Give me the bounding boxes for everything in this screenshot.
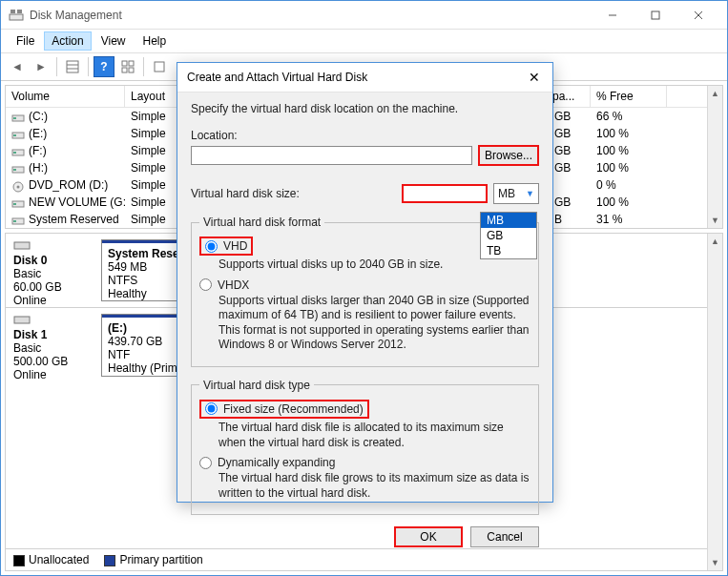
- svg-rect-1: [10, 10, 15, 13]
- properties-icon[interactable]: [149, 56, 170, 77]
- partition[interactable]: System Rese549 MB NTFSHealthy (Syste: [101, 239, 187, 301]
- scrollbar-vertical[interactable]: ▲ ▼: [707, 86, 722, 228]
- radio-vhd[interactable]: VHD: [199, 237, 253, 256]
- volume-free: 31 %: [591, 211, 667, 228]
- radio-vhdx[interactable]: VHDX: [199, 278, 530, 292]
- close-button[interactable]: [676, 2, 719, 29]
- menu-action[interactable]: Action: [44, 31, 91, 51]
- partition[interactable]: (E:)439.70 GB NTFHealthy (Prim: [101, 314, 187, 377]
- col-volume[interactable]: Volume: [6, 86, 125, 107]
- radio-vhdx-label: VHDX: [218, 278, 249, 292]
- svg-rect-18: [13, 134, 16, 136]
- volume-name: System Reserved: [29, 213, 119, 226]
- vhd-desc: Supports virtual disks up to 2040 GB in …: [218, 257, 530, 273]
- legend-primary-swatch: [104, 555, 115, 566]
- scroll-up-icon[interactable]: ▲: [708, 86, 723, 101]
- volume-name: (E:): [29, 127, 47, 140]
- menubar: File Action View Help: [1, 30, 727, 53]
- disk-status: Online: [13, 294, 94, 307]
- unit-option-gb[interactable]: GB: [481, 228, 536, 243]
- menu-file[interactable]: File: [9, 31, 42, 51]
- volume-icon: [11, 216, 25, 225]
- ok-button[interactable]: OK: [394, 526, 463, 547]
- scroll-down-icon[interactable]: ▼: [708, 555, 723, 570]
- disk-capacity: 60.00 GB: [13, 280, 94, 294]
- volume-free: 0 %: [591, 176, 667, 194]
- location-input[interactable]: [191, 146, 472, 165]
- radio-vhd-label: VHD: [223, 239, 247, 253]
- volume-layout: Simple: [125, 125, 180, 142]
- volume-name: (H:): [29, 161, 48, 175]
- size-input[interactable]: [402, 184, 488, 203]
- partition-size: 549 MB NTFS: [108, 260, 180, 287]
- col-free[interactable]: % Free: [591, 86, 667, 107]
- scroll-down-icon[interactable]: ▼: [708, 213, 723, 228]
- view-list-icon[interactable]: [62, 56, 83, 77]
- create-vhd-dialog: Create and Attach Virtual Hard Disk ✕ Sp…: [177, 62, 553, 503]
- volume-free: 100 %: [591, 142, 667, 159]
- svg-rect-12: [122, 68, 127, 72]
- dynamic-desc: The virtual hard disk file grows to its …: [218, 471, 530, 501]
- partition-name: (E:): [108, 321, 180, 335]
- volume-free: 100 %: [591, 125, 667, 142]
- legend-unalloc-swatch: [13, 555, 25, 566]
- scrollbar-vertical[interactable]: ▲ ▼: [707, 234, 722, 570]
- unit-option-mb[interactable]: MB: [481, 213, 536, 228]
- radio-dynamic[interactable]: Dynamically expanding: [199, 456, 530, 469]
- svg-rect-4: [652, 11, 659, 19]
- partition-size: 439.70 GB NTF: [108, 335, 180, 361]
- radio-vhd-input[interactable]: [205, 240, 218, 253]
- radio-fixed[interactable]: Fixed size (Recommended): [199, 400, 369, 419]
- disk-icon: [13, 314, 94, 328]
- menu-view[interactable]: View: [94, 31, 134, 51]
- disk-meta: Disk 1Basic500.00 GBOnline: [6, 308, 101, 382]
- svg-rect-26: [13, 203, 16, 205]
- volume-free: 100 %: [591, 194, 667, 211]
- disk-type: Basic: [13, 267, 94, 280]
- volume-icon: [11, 198, 25, 208]
- type-legend: Virtual hard disk type: [199, 379, 314, 392]
- volume-layout: Simple: [125, 159, 180, 176]
- volume-name: (C:): [29, 110, 48, 123]
- forward-icon[interactable]: ►: [31, 56, 52, 77]
- vhdx-desc: Supports virtual disks larger than 2040 …: [218, 294, 530, 353]
- svg-rect-30: [14, 317, 30, 323]
- svg-rect-14: [155, 62, 164, 72]
- size-unit-value: MB: [498, 187, 515, 200]
- help-icon[interactable]: ?: [94, 56, 114, 77]
- partition-status: Healthy (Prim: [108, 361, 180, 375]
- browse-button[interactable]: Browse...: [478, 145, 539, 166]
- volume-layout: Simple: [125, 142, 180, 159]
- cancel-button[interactable]: Cancel: [470, 526, 539, 547]
- menu-help[interactable]: Help: [135, 31, 175, 51]
- volume-layout: Simple: [125, 108, 180, 125]
- col-layout[interactable]: Layout: [125, 86, 180, 107]
- minimize-button[interactable]: [591, 2, 634, 29]
- unit-option-tb[interactable]: TB: [481, 243, 536, 258]
- volume-icon: [11, 113, 25, 122]
- svg-point-24: [17, 185, 20, 188]
- svg-rect-22: [13, 169, 16, 171]
- partition-name: System Rese: [108, 247, 180, 260]
- legend-unalloc-label: Unallocated: [29, 553, 89, 566]
- maximize-button[interactable]: [634, 2, 676, 29]
- radio-dynamic-input[interactable]: [199, 457, 212, 469]
- radio-vhdx-input[interactable]: [199, 278, 212, 291]
- size-unit-dropdown[interactable]: MB GB TB: [480, 212, 537, 259]
- size-unit-select[interactable]: MB ▼: [493, 183, 539, 204]
- back-icon[interactable]: ◄: [7, 56, 28, 77]
- volume-layout: Simple: [125, 194, 180, 211]
- dialog-close-button[interactable]: ✕: [526, 69, 543, 86]
- format-legend: Virtual hard disk format: [199, 216, 324, 229]
- disk-capacity: 500.00 GB: [13, 355, 94, 368]
- partition-status: Healthy (Syste: [108, 287, 180, 301]
- disk-icon: [13, 239, 94, 254]
- radio-fixed-input[interactable]: [205, 402, 218, 415]
- view-grid-icon[interactable]: [117, 56, 138, 77]
- scroll-up-icon[interactable]: ▲: [708, 234, 723, 249]
- svg-rect-28: [13, 220, 16, 222]
- svg-rect-13: [129, 68, 134, 72]
- volume-name: (F:): [29, 144, 47, 157]
- disk-label: Disk 0: [13, 254, 94, 267]
- svg-rect-20: [13, 152, 16, 154]
